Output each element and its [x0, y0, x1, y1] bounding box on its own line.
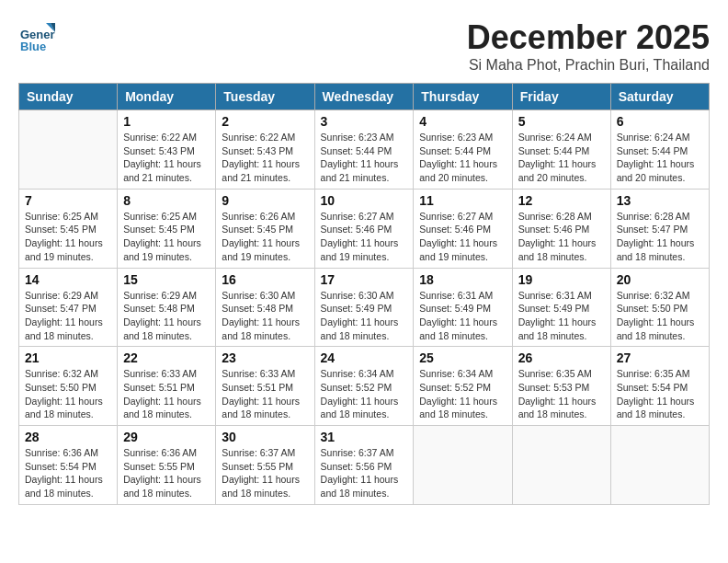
day-number: 4: [419, 114, 506, 129]
weekday-header: Tuesday: [216, 84, 314, 110]
calendar-cell: 18Sunrise: 6:31 AMSunset: 5:49 PMDayligh…: [414, 268, 512, 347]
calendar-cell: 21Sunrise: 6:32 AMSunset: 5:50 PMDayligh…: [19, 347, 118, 426]
day-info: Sunrise: 6:25 AMSunset: 5:45 PMDaylight:…: [25, 210, 111, 264]
day-info: Sunrise: 6:31 AMSunset: 5:49 PMDaylight:…: [419, 289, 506, 343]
day-number: 2: [222, 114, 308, 129]
svg-text:Blue: Blue: [20, 40, 46, 53]
day-number: 6: [617, 114, 703, 129]
day-info: Sunrise: 6:35 AMSunset: 5:54 PMDaylight:…: [617, 367, 703, 421]
day-number: 31: [321, 430, 408, 444]
day-number: 3: [321, 114, 408, 129]
title-block: December 2025 Si Maha Phot, Prachin Buri…: [467, 18, 710, 74]
day-info: Sunrise: 6:37 AMSunset: 5:56 PMDaylight:…: [321, 446, 408, 500]
day-number: 12: [518, 193, 605, 208]
day-number: 30: [222, 430, 308, 444]
calendar-cell: 12Sunrise: 6:28 AMSunset: 5:46 PMDayligh…: [512, 189, 610, 268]
day-number: 23: [222, 350, 308, 365]
day-info: Sunrise: 6:22 AMSunset: 5:43 PMDaylight:…: [222, 131, 308, 185]
calendar-cell: 16Sunrise: 6:30 AMSunset: 5:48 PMDayligh…: [216, 268, 314, 347]
day-number: 25: [419, 350, 506, 365]
day-info: Sunrise: 6:34 AMSunset: 5:52 PMDaylight:…: [321, 367, 408, 421]
calendar-cell: 31Sunrise: 6:37 AMSunset: 5:56 PMDayligh…: [314, 426, 414, 505]
calendar-cell: 29Sunrise: 6:36 AMSunset: 5:55 PMDayligh…: [118, 426, 216, 505]
calendar-week-row: 1Sunrise: 6:22 AMSunset: 5:43 PMDaylight…: [19, 110, 710, 190]
day-info: Sunrise: 6:33 AMSunset: 5:51 PMDaylight:…: [222, 367, 308, 421]
day-info: Sunrise: 6:23 AMSunset: 5:44 PMDaylight:…: [419, 131, 506, 185]
calendar-cell: 5Sunrise: 6:24 AMSunset: 5:44 PMDaylight…: [512, 110, 610, 190]
day-number: 11: [419, 193, 506, 208]
day-number: 29: [123, 430, 210, 444]
calendar-cell: [512, 426, 610, 505]
day-info: Sunrise: 6:35 AMSunset: 5:53 PMDaylight:…: [518, 367, 605, 421]
calendar-cell: 14Sunrise: 6:29 AMSunset: 5:47 PMDayligh…: [19, 268, 118, 347]
calendar-cell: 30Sunrise: 6:37 AMSunset: 5:55 PMDayligh…: [216, 426, 314, 505]
day-info: Sunrise: 6:27 AMSunset: 5:46 PMDaylight:…: [419, 210, 506, 264]
weekday-header: Friday: [512, 84, 610, 110]
day-number: 15: [123, 272, 210, 287]
weekday-header-row: SundayMondayTuesdayWednesdayThursdayFrid…: [19, 84, 710, 110]
day-info: Sunrise: 6:30 AMSunset: 5:49 PMDaylight:…: [321, 289, 408, 343]
day-info: Sunrise: 6:23 AMSunset: 5:44 PMDaylight:…: [321, 131, 408, 185]
calendar-cell: 23Sunrise: 6:33 AMSunset: 5:51 PMDayligh…: [216, 347, 314, 426]
day-info: Sunrise: 6:24 AMSunset: 5:44 PMDaylight:…: [518, 131, 605, 185]
weekday-header: Saturday: [610, 84, 709, 110]
day-number: 16: [222, 272, 308, 287]
day-info: Sunrise: 6:33 AMSunset: 5:51 PMDaylight:…: [123, 367, 210, 421]
calendar-week-row: 21Sunrise: 6:32 AMSunset: 5:50 PMDayligh…: [19, 347, 710, 426]
day-info: Sunrise: 6:36 AMSunset: 5:55 PMDaylight:…: [123, 446, 210, 500]
day-info: Sunrise: 6:31 AMSunset: 5:49 PMDaylight:…: [518, 289, 605, 343]
day-info: Sunrise: 6:28 AMSunset: 5:46 PMDaylight:…: [518, 210, 605, 264]
calendar-cell: 4Sunrise: 6:23 AMSunset: 5:44 PMDaylight…: [414, 110, 512, 190]
calendar-table: SundayMondayTuesdayWednesdayThursdayFrid…: [18, 83, 710, 505]
day-info: Sunrise: 6:32 AMSunset: 5:50 PMDaylight:…: [617, 289, 703, 343]
day-number: 8: [123, 193, 210, 208]
day-number: 14: [25, 272, 111, 287]
calendar-cell: 15Sunrise: 6:29 AMSunset: 5:48 PMDayligh…: [118, 268, 216, 347]
weekday-header: Monday: [118, 84, 216, 110]
calendar-cell: 1Sunrise: 6:22 AMSunset: 5:43 PMDaylight…: [118, 110, 216, 190]
day-number: 7: [25, 193, 111, 208]
day-info: Sunrise: 6:27 AMSunset: 5:46 PMDaylight:…: [321, 210, 408, 264]
day-info: Sunrise: 6:34 AMSunset: 5:52 PMDaylight:…: [419, 367, 506, 421]
day-info: Sunrise: 6:37 AMSunset: 5:55 PMDaylight:…: [222, 446, 308, 500]
day-number: 10: [321, 193, 408, 208]
day-number: 13: [617, 193, 703, 208]
calendar-cell: 10Sunrise: 6:27 AMSunset: 5:46 PMDayligh…: [314, 189, 414, 268]
day-number: 21: [25, 350, 111, 365]
weekday-header: Wednesday: [314, 84, 414, 110]
day-number: 28: [25, 430, 111, 444]
day-info: Sunrise: 6:30 AMSunset: 5:48 PMDaylight:…: [222, 289, 308, 343]
day-number: 19: [518, 272, 605, 287]
calendar-cell: [19, 110, 118, 190]
day-info: Sunrise: 6:26 AMSunset: 5:45 PMDaylight:…: [222, 210, 308, 264]
weekday-header: Sunday: [19, 84, 118, 110]
calendar-cell: 24Sunrise: 6:34 AMSunset: 5:52 PMDayligh…: [314, 347, 414, 426]
calendar-cell: 13Sunrise: 6:28 AMSunset: 5:47 PMDayligh…: [610, 189, 709, 268]
calendar-cell: 9Sunrise: 6:26 AMSunset: 5:45 PMDaylight…: [216, 189, 314, 268]
calendar-week-row: 7Sunrise: 6:25 AMSunset: 5:45 PMDaylight…: [19, 189, 710, 268]
month-title: December 2025: [467, 18, 710, 57]
calendar-week-row: 14Sunrise: 6:29 AMSunset: 5:47 PMDayligh…: [19, 268, 710, 347]
day-info: Sunrise: 6:36 AMSunset: 5:54 PMDaylight:…: [25, 446, 111, 500]
calendar-cell: 25Sunrise: 6:34 AMSunset: 5:52 PMDayligh…: [414, 347, 512, 426]
day-info: Sunrise: 6:28 AMSunset: 5:47 PMDaylight:…: [617, 210, 703, 264]
day-number: 26: [518, 350, 605, 365]
page-header: General Blue December 2025 Si Maha Phot,…: [18, 18, 710, 74]
calendar-week-row: 28Sunrise: 6:36 AMSunset: 5:54 PMDayligh…: [19, 426, 710, 505]
day-number: 20: [617, 272, 703, 287]
calendar-cell: 3Sunrise: 6:23 AMSunset: 5:44 PMDaylight…: [314, 110, 414, 190]
day-info: Sunrise: 6:22 AMSunset: 5:43 PMDaylight:…: [123, 131, 210, 185]
calendar-cell: [414, 426, 512, 505]
calendar-cell: 6Sunrise: 6:24 AMSunset: 5:44 PMDaylight…: [610, 110, 709, 190]
day-info: Sunrise: 6:29 AMSunset: 5:48 PMDaylight:…: [123, 289, 210, 343]
day-number: 1: [123, 114, 210, 129]
location-subtitle: Si Maha Phot, Prachin Buri, Thailand: [467, 57, 710, 74]
logo: General Blue: [18, 18, 60, 55]
calendar-cell: 7Sunrise: 6:25 AMSunset: 5:45 PMDaylight…: [19, 189, 118, 268]
day-info: Sunrise: 6:25 AMSunset: 5:45 PMDaylight:…: [123, 210, 210, 264]
day-number: 22: [123, 350, 210, 365]
calendar-cell: 19Sunrise: 6:31 AMSunset: 5:49 PMDayligh…: [512, 268, 610, 347]
logo-icon: General Blue: [18, 18, 55, 55]
day-number: 18: [419, 272, 506, 287]
day-number: 9: [222, 193, 308, 208]
